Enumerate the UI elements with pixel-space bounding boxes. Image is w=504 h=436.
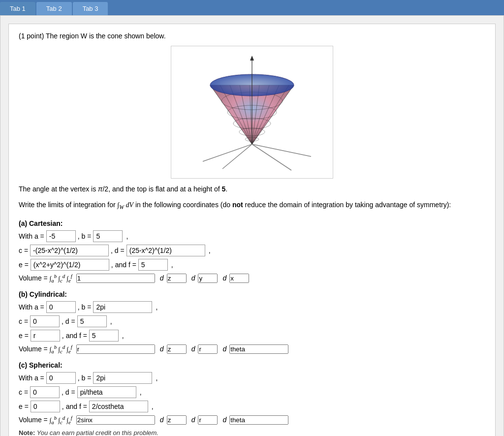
sph-row2-comma: , xyxy=(140,388,142,396)
cyl-d-input[interactable] xyxy=(77,315,107,327)
cyl-f-input[interactable] xyxy=(89,330,119,342)
sph-d1: d xyxy=(160,416,164,424)
cart-d-input[interactable] xyxy=(126,245,205,256)
sph-c-input[interactable] xyxy=(30,386,60,398)
sph-f-input[interactable] xyxy=(89,401,148,412)
tab-2[interactable]: Tab 2 xyxy=(36,2,72,15)
sph-v2-input[interactable] xyxy=(198,415,218,425)
cyl-f-label: , and f = xyxy=(62,332,87,340)
cart-v1-input[interactable] xyxy=(167,274,187,283)
sph-e-input[interactable] xyxy=(31,401,60,412)
cyl-v1-input[interactable] xyxy=(167,344,187,354)
sph-f-label: , and f = xyxy=(62,403,87,410)
cyl-d3: d xyxy=(222,345,226,353)
note-label: Note: xyxy=(19,429,35,436)
problem-points: (1 point) xyxy=(19,32,44,40)
sph-c-label: c = xyxy=(19,388,28,396)
problem-header: (1 point) The region W is the cone shown… xyxy=(19,32,485,40)
cart-row1-comma: , xyxy=(126,232,128,240)
tab-bar: Tab 1 Tab 2 Tab 3 xyxy=(0,0,504,15)
cart-row2-comma: , xyxy=(209,247,211,254)
sph-integrand-input[interactable] xyxy=(76,415,155,425)
cart-with-a-label: With a = xyxy=(19,232,44,240)
sph-d-input[interactable] xyxy=(77,386,136,398)
cyl-d-label: , d = xyxy=(62,317,75,325)
cyl-row-2: c = , d = , xyxy=(19,315,485,327)
cyl-volume-label: Volume = xyxy=(19,345,48,353)
cart-integral-notation: ∫ab ∫cd ∫ef xyxy=(50,273,72,283)
section-spherical-header: (c) Spherical: xyxy=(19,361,485,369)
sph-b-label: , b = xyxy=(78,374,92,382)
cyl-row3-comma: , xyxy=(122,332,124,340)
cyl-v2-input[interactable] xyxy=(198,344,218,354)
cartesian-row-2: c = , d = , xyxy=(19,245,485,256)
problem-box: (1 point) The region W is the cone shown… xyxy=(8,24,496,436)
cyl-with-a-label: With a = xyxy=(19,303,44,311)
cyl-c-input[interactable] xyxy=(30,315,60,327)
sph-with-a-label: With a = xyxy=(19,374,44,382)
spherical-volume-row: Volume = ∫ab ∫cd ∫ef d d d xyxy=(19,415,485,425)
cyl-integral-notation: ∫ab ∫cd ∫ef xyxy=(50,344,72,354)
cyl-integrand-input[interactable] xyxy=(76,344,155,354)
note-box: Note: You can earn partial credit on thi… xyxy=(19,429,485,436)
cart-b-label: , b = xyxy=(78,232,92,240)
cylindrical-volume-row: Volume = ∫ab ∫cd ∫ef d d d xyxy=(19,344,485,354)
cyl-d1: d xyxy=(160,345,164,353)
cyl-e-input[interactable] xyxy=(31,330,60,342)
sph-row-2: c = , d = , xyxy=(19,386,485,398)
cyl-b-input[interactable] xyxy=(93,301,152,313)
sph-row1-comma: , xyxy=(156,374,158,382)
cone-svg xyxy=(173,48,331,176)
cart-integrand-input[interactable] xyxy=(76,274,155,283)
section-cylindrical-header: (b) Cylindrical: xyxy=(19,290,485,298)
cart-f-label: , and f = xyxy=(111,261,136,269)
cone-image xyxy=(171,46,333,179)
problem-description: The region W is the cone shown below. xyxy=(46,32,166,40)
tab-1[interactable]: Tab 1 xyxy=(0,2,35,15)
cart-d2: d xyxy=(191,274,195,282)
sph-row-1: With a = , b = , xyxy=(19,372,485,384)
sph-b-input[interactable] xyxy=(93,372,152,384)
sph-d-label: , d = xyxy=(62,388,75,396)
cyl-v3-input[interactable] xyxy=(229,344,288,354)
cyl-d2: d xyxy=(191,345,195,353)
sph-a-input[interactable] xyxy=(46,372,76,384)
cart-e-input[interactable] xyxy=(31,259,109,271)
cart-v3-input[interactable] xyxy=(229,274,249,283)
cyl-row2-comma: , xyxy=(110,317,112,325)
cart-f-input[interactable] xyxy=(138,259,168,271)
cart-c-input[interactable] xyxy=(30,245,109,256)
cyl-e-label: e = xyxy=(19,332,29,340)
note-text: You can earn partial credit on this prob… xyxy=(37,429,158,436)
sph-d2: d xyxy=(191,416,195,424)
cartesian-row-3: e = , and f = , xyxy=(19,259,485,271)
cartesian-row-1: With a = , b = , xyxy=(19,230,485,242)
cart-b-input[interactable] xyxy=(93,230,123,242)
sph-v3-input[interactable] xyxy=(229,415,288,425)
cart-v2-input[interactable] xyxy=(198,274,218,283)
sph-row3-comma: , xyxy=(152,403,154,410)
cart-c-label: c = xyxy=(19,247,28,254)
content-area: (1 point) The region W is the cone shown… xyxy=(0,15,504,436)
cartesian-volume-row: Volume = ∫ab ∫cd ∫ef d d d xyxy=(19,273,485,283)
section-cartesian-header: (a) Cartesian: xyxy=(19,219,485,227)
cart-row3-comma: , xyxy=(171,261,173,269)
tab-3[interactable]: Tab 3 xyxy=(73,2,108,15)
cyl-row-3: e = , and f = , xyxy=(19,330,485,342)
sph-e-label: e = xyxy=(19,403,29,410)
cart-volume-label: Volume = xyxy=(19,274,48,282)
sph-v1-input[interactable] xyxy=(167,415,187,425)
cart-d-label: , d = xyxy=(111,247,125,254)
cyl-c-label: c = xyxy=(19,317,28,325)
cyl-b-label: , b = xyxy=(78,303,92,311)
sph-integral-notation: ∫ab ∫cd ∫ef xyxy=(50,415,72,425)
sph-row-3: e = , and f = , xyxy=(19,401,485,412)
cyl-a-input[interactable] xyxy=(46,301,76,313)
page-container: Tab 1 Tab 2 Tab 3 (1 point) The region W… xyxy=(0,0,504,436)
integral-instruction: Write the limits of integration for ∫W d… xyxy=(19,199,485,212)
sph-volume-label: Volume = xyxy=(19,416,48,424)
cyl-row1-comma: , xyxy=(156,303,158,311)
cart-e-label: e = xyxy=(19,261,29,269)
cart-d3: d xyxy=(222,274,226,282)
cart-a-input[interactable] xyxy=(46,230,76,242)
